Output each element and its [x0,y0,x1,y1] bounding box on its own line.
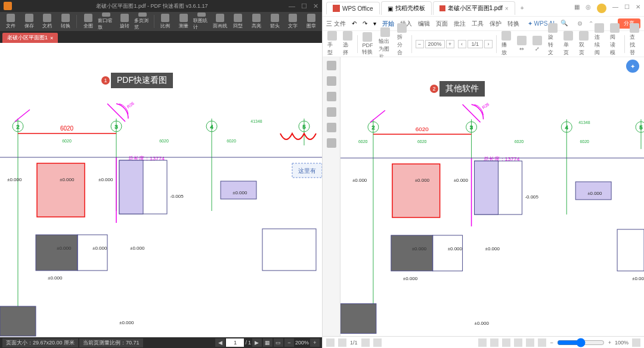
redo-icon[interactable]: ↷ [363,20,367,27]
attachments-icon[interactable] [327,107,336,117]
stamp-button[interactable]: 图章 [302,13,320,30]
fit-all-button[interactable]: 全图 [79,13,97,30]
view-mode-1-icon[interactable] [502,338,510,347]
document-tab[interactable]: 老破小区平面图1 × [2,33,58,43]
view-mode-2-icon[interactable] [514,338,522,347]
double-page-tool[interactable]: 双页 [578,31,590,57]
arrow-button[interactable]: 箭头 [266,13,283,30]
annotations-icon[interactable] [327,123,336,132]
menu-page[interactable]: 页面 [436,20,448,28]
svg-rect-20 [37,163,85,217]
zoom-in-button[interactable]: + [446,40,454,48]
thumbnails-icon[interactable] [327,61,336,70]
next-page-button[interactable]: › [484,40,493,48]
menu-edit[interactable]: 编辑 [418,20,430,28]
signatures-icon[interactable] [327,138,336,148]
fullscreen-icon[interactable] [632,338,640,347]
file-button[interactable]: 文件 [2,13,20,30]
tab-wps-office[interactable]: WPS Office [326,2,380,14]
fit-width-tool[interactable]: ⇔ [516,36,528,52]
fit-icon[interactable]: ▭ [274,338,283,347]
menu-annotate[interactable]: 批注 [454,20,466,28]
new-tab-button[interactable]: + [516,5,528,11]
page-input[interactable] [226,338,244,347]
zoom-out-button[interactable]: − [416,40,424,48]
minimize-icon[interactable]: — [612,4,618,13]
maximize-icon[interactable]: ☐ [301,2,307,10]
save-button[interactable]: 保存 [21,13,38,30]
notify-icon[interactable]: ◎ [586,4,591,13]
hand-icon[interactable] [478,338,487,347]
bookmarks-icon[interactable] [327,76,336,86]
highlight-button[interactable]: 高亮 [248,13,265,30]
nav-first-icon[interactable] [326,338,335,347]
menu-protect[interactable]: 保护 [490,20,501,28]
view-mode-4-icon[interactable] [538,338,546,347]
nav-last-icon[interactable] [373,338,382,347]
tab-template[interactable]: ▣找稻壳模板 [381,1,432,15]
settings-icon[interactable]: ⚙ [577,20,583,27]
tab-close-icon[interactable]: × [505,5,509,12]
page-indicator[interactable]: 1/1 [467,40,484,48]
svg-text:3: 3 [470,125,473,130]
prev-page-button[interactable]: ‹ [458,40,466,48]
prev-page-button[interactable]: ◀ [215,338,225,347]
tab-close-icon[interactable]: × [50,35,53,41]
menu-tools[interactable]: 工具 [472,20,484,28]
play-tool[interactable]: 播放 [500,31,512,57]
zoom-slider[interactable] [557,338,605,347]
grid-icon[interactable]: ▦ [574,4,580,13]
document-button[interactable]: 文档 [39,13,56,30]
area-line-button[interactable]: 面画线 [211,13,228,30]
svg-text:±0.000: ±0.000 [7,177,22,182]
menu-convert[interactable]: 转换 [507,20,519,28]
measure-button[interactable]: 测量 [175,13,192,30]
marquee-icon[interactable] [490,338,499,347]
zoom-out-icon[interactable]: − [550,340,553,346]
multi-page-button[interactable]: 多页浏览 [134,13,151,30]
convert-button[interactable]: 转换 [57,13,75,30]
search-icon[interactable]: 🔍 [561,20,569,28]
zoom-out-button[interactable]: − [284,338,294,347]
outline-icon[interactable] [327,92,336,101]
pdf-canvas[interactable]: ✦ 2 3 4 5 6020 [340,57,644,336]
next-page-button[interactable]: ▶ [252,338,262,347]
zoom-percent: 100% [615,340,628,346]
rotate-button[interactable]: 旋转 [116,13,134,30]
layout-icon[interactable]: ▦ [263,338,273,347]
close-icon[interactable]: ✕ [636,4,640,13]
hand-tool[interactable]: 手型 [326,31,338,57]
minimize-icon[interactable]: — [289,2,295,10]
zoom-select[interactable]: 200% [425,40,445,48]
svg-text:6020: 6020 [416,126,429,132]
close-icon[interactable]: ✕ [313,2,318,10]
svg-text:R26: R26 [126,101,135,109]
tab-document[interactable]: 老破小区平面图1.pdf× [433,1,515,15]
file-menu[interactable]: 三 文件 [326,20,346,28]
pdf-convert-tool[interactable]: PDF转换 [361,32,374,56]
maximize-icon[interactable]: ☐ [624,4,630,13]
pdf-canvas[interactable]: 2 3 4 5 6020 6020 6020 6020 41348 [0,43,322,337]
scale-button[interactable]: 比例 [157,13,174,30]
export-image-tool[interactable]: 输出为图片 [377,27,392,61]
menu-start[interactable]: 开始 [382,20,394,28]
qat-icon[interactable]: ▾ [373,20,376,27]
undo-icon[interactable]: ↶ [352,20,357,27]
single-page-tool[interactable]: 单页 [562,31,574,57]
shape-button[interactable]: 回型 [230,13,247,30]
text-button[interactable]: 文字 [284,13,302,30]
nav-next-icon[interactable] [361,338,370,347]
link-stats-button[interactable]: 联图统计 [193,13,210,30]
zoom-in-icon[interactable]: + [608,340,611,346]
document-tabs: 老破小区平面图1 × [0,31,322,43]
select-tool[interactable]: 选择 [342,31,354,57]
user-avatar[interactable] [597,4,606,13]
fit-page-tool[interactable]: ⤢ [531,36,543,52]
window-zoom-button[interactable]: 窗口缩放 [98,13,115,30]
nav-prev-icon[interactable] [338,338,346,347]
view-mode-3-icon[interactable] [526,338,534,347]
zoom-level: 200% [295,340,309,346]
svg-text:±0.000: ±0.000 [475,321,490,326]
svg-line-62 [370,110,385,122]
zoom-in-button[interactable]: + [310,338,320,347]
